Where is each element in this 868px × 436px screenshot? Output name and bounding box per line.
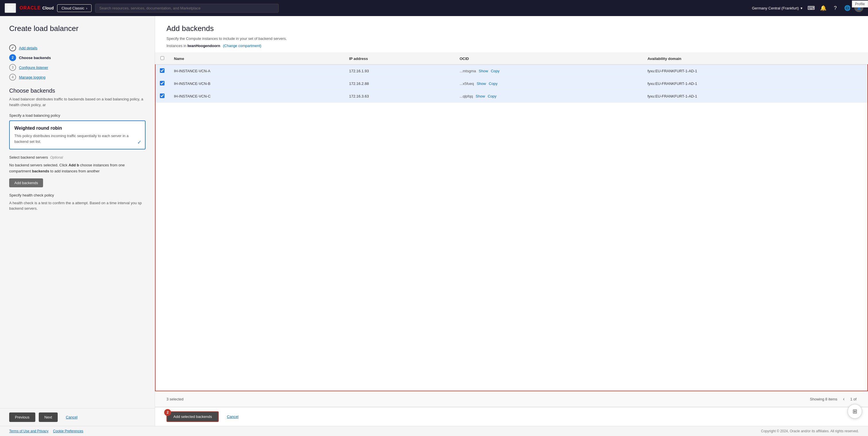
row-b-show-link[interactable]: Show: [477, 81, 486, 86]
step-3: 3 Configure listener: [9, 64, 146, 71]
hamburger-menu-button[interactable]: [5, 3, 16, 13]
instances-table: Name IP address OCID Availability domain…: [155, 53, 868, 103]
chevron-down-icon: ▾: [801, 6, 803, 10]
step-4: 4 Manage logging: [9, 74, 146, 80]
row-c-checkbox[interactable]: [160, 94, 164, 98]
col-avdomain: Availability domain: [643, 53, 868, 65]
help-widget-icon: ⊞: [852, 408, 857, 415]
step-1-circle: ✓: [9, 44, 16, 52]
previous-button[interactable]: Previous: [9, 412, 35, 422]
main-content: Create load balancer ✓ Add details 2 Cho…: [0, 16, 868, 426]
step-badge-2: 2: [164, 409, 171, 416]
add-selected-backends-button[interactable]: Add selected backends: [166, 411, 219, 422]
row-b-copy-link[interactable]: Copy: [489, 81, 497, 86]
row-c-copy-link[interactable]: Copy: [488, 94, 496, 98]
row-a-copy-link[interactable]: Copy: [491, 69, 499, 73]
step-2-circle: 2: [9, 54, 16, 61]
cancel-button-right[interactable]: Cancel: [222, 412, 243, 422]
page-info: 1 of: [850, 397, 857, 401]
right-panel-desc: Specify the Compute instances to include…: [166, 36, 857, 41]
step-1: ✓ Add details: [9, 44, 146, 52]
health-check-desc: A health check is a test to confirm the …: [9, 200, 146, 211]
cloud-classic-label: Cloud Classic: [61, 6, 84, 10]
table-row: IH-INSTANCE-VCN-B 172.16.2.88 ...x5fueq …: [155, 77, 868, 90]
right-panel-title: Add backends: [166, 24, 857, 33]
footer-links: Terms of Use and Privacy Cookie Preferen…: [9, 429, 83, 433]
cookie-link[interactable]: Cookie Preferences: [53, 429, 83, 433]
row-b-ocid: ...x5fueq Show Copy: [455, 77, 643, 90]
step-4-label[interactable]: Manage logging: [19, 75, 45, 79]
selected-count: 3 selected: [166, 397, 183, 401]
page-footer: Terms of Use and Privacy Cookie Preferen…: [0, 426, 868, 436]
oracle-text: ORACLE: [20, 5, 41, 11]
search-input[interactable]: [95, 4, 279, 12]
step-3-circle: 3: [9, 64, 16, 71]
cloud-shell-icon[interactable]: ⌨: [806, 3, 816, 13]
instances-in-label: Instances in: [166, 44, 186, 48]
top-navigation: ORACLE Cloud Cloud Classic › Germany Cen…: [0, 0, 868, 16]
pagination-prev-icon[interactable]: ‹: [841, 395, 847, 403]
col-checkbox: [155, 53, 169, 65]
copyright-text: Copyright © 2024, Oracle and/or its affi…: [761, 429, 859, 433]
step-4-circle: 4: [9, 74, 16, 80]
row-b-checkbox[interactable]: [160, 81, 164, 86]
cloud-classic-button[interactable]: Cloud Classic ›: [57, 4, 92, 12]
col-ocid: OCID: [455, 53, 643, 65]
policy-card[interactable]: Weighted round robin This policy distrib…: [9, 121, 146, 149]
step-1-label[interactable]: Add details: [19, 46, 37, 50]
row-a-show-link[interactable]: Show: [479, 69, 488, 73]
region-selector[interactable]: Germany Central (Frankfurt) ▾: [752, 6, 803, 10]
col-name: Name: [169, 53, 344, 65]
col-ip: IP address: [344, 53, 455, 65]
health-check-label: Specify health check policy: [9, 193, 146, 197]
left-panel-content: Choose backends A load balancer distribu…: [0, 80, 155, 408]
section-title: Choose backends: [9, 88, 146, 94]
wizard-bottom-bar: Previous Next Cancel: [0, 408, 155, 426]
optional-label: Optional: [50, 156, 63, 160]
compartment-name: IwanHoogendoorn: [187, 44, 220, 48]
instances-table-container: Name IP address OCID Availability domain…: [155, 53, 868, 391]
table-row: IH-INSTANCE-VCN-A 172.16.1.93 ...mtsgma …: [155, 65, 868, 77]
row-a-ip: 172.16.1.93: [344, 65, 455, 77]
row-c-name: IH-INSTANCE-VCN-C: [169, 90, 344, 103]
row-c-checkbox-cell: [155, 90, 169, 103]
cloud-text: Cloud: [42, 6, 54, 10]
add-selected-badge-wrapper: 2 Add selected backends: [166, 411, 219, 422]
row-b-checkbox-cell: [155, 77, 169, 90]
row-a-ocid: ...mtsgma Show Copy: [455, 65, 643, 77]
cancel-button-left[interactable]: Cancel: [61, 412, 82, 422]
row-b-avdomain: fyxu:EU-FRANKFURT-1-AD-1: [643, 77, 868, 90]
terms-link[interactable]: Terms of Use and Privacy: [9, 429, 49, 433]
next-button[interactable]: Next: [39, 412, 58, 422]
step-3-label[interactable]: Configure listener: [19, 65, 48, 70]
help-icon[interactable]: ?: [830, 3, 840, 13]
right-panel-header: Add backends Specify the Compute instanc…: [155, 16, 868, 53]
pagination-controls: Showing 8 items ‹ 1 of: [810, 395, 857, 403]
left-panel: Create load balancer ✓ Add details 2 Cho…: [0, 16, 155, 426]
notification-bell-icon[interactable]: 🔔: [818, 3, 828, 13]
region-label: Germany Central (Frankfurt): [752, 6, 799, 10]
step-2: 2 Choose backends: [9, 54, 146, 61]
row-b-ip: 172.16.2.88: [344, 77, 455, 90]
backend-servers-section: Select backend servers Optional No backe…: [9, 155, 146, 187]
no-backend-text: No backend servers selected. Click Add b…: [9, 162, 146, 174]
change-compartment-link[interactable]: (Change compartment): [223, 44, 261, 48]
row-c-show-link[interactable]: Show: [476, 94, 485, 98]
help-widget[interactable]: ⊞: [847, 404, 862, 419]
policy-card-title: Weighted round robin: [14, 126, 141, 131]
policy-label: Specify a load balancing policy: [9, 113, 146, 118]
right-panel-footer: 2 Add selected backends Cancel: [155, 407, 868, 426]
step-2-label: Choose backends: [19, 56, 51, 60]
row-a-checkbox[interactable]: [160, 68, 164, 73]
select-all-checkbox[interactable]: [160, 56, 164, 60]
profile-tooltip: Profile: [852, 1, 868, 7]
wizard-steps: ✓ Add details 2 Choose backends 3 Config…: [0, 44, 155, 80]
row-c-avdomain: fyxu:EU-FRANKFURT-1-AD-1: [643, 90, 868, 103]
right-panel: Add backends Specify the Compute instanc…: [155, 16, 868, 426]
oracle-logo: ORACLE Cloud: [20, 5, 54, 11]
table-body: IH-INSTANCE-VCN-A 172.16.1.93 ...mtsgma …: [155, 65, 868, 103]
table-header: Name IP address OCID Availability domain: [155, 53, 868, 65]
add-backends-button[interactable]: Add backends: [9, 178, 43, 187]
language-globe-icon[interactable]: 🌐: [842, 3, 852, 13]
row-c-ocid: ...qlpfqq Show Copy: [455, 90, 643, 103]
